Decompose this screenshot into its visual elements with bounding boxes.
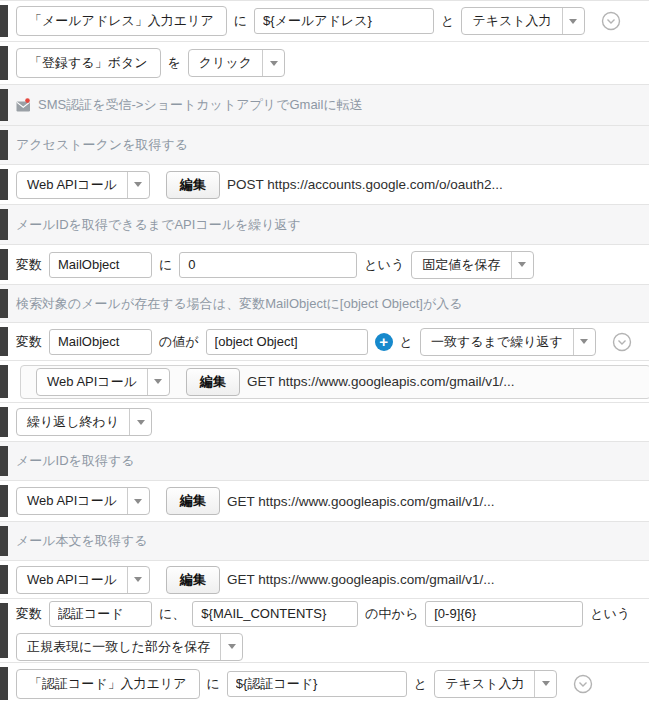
chevron-down-icon bbox=[129, 409, 151, 435]
comment-row-search-target: 検索対象のメールが存在する場合は、変数MailObjectに[object Ob… bbox=[0, 285, 649, 323]
add-value-icon[interactable]: + bbox=[375, 333, 393, 351]
target-element-chip[interactable]: 「認証コード」入力エリア bbox=[16, 669, 200, 699]
comment-row-mailid-loop: メールIDを取得できるまでAPIコールを繰り返す bbox=[0, 205, 649, 245]
row-drag-handle[interactable] bbox=[0, 89, 8, 121]
variable-label: 変数 bbox=[16, 605, 42, 623]
target-element-chip[interactable]: 「登録する」ボタン bbox=[16, 48, 161, 78]
step-row-api-mailbody: Web APIコール 編集 GET https://www.googleapis… bbox=[0, 561, 649, 599]
chevron-down-icon bbox=[562, 8, 584, 34]
comment-text: メール本文を取得する bbox=[16, 532, 148, 550]
source-value-input[interactable] bbox=[192, 601, 358, 627]
step-row-text-input-email: 「メールアドレス」入力エリア に と テキスト入力 bbox=[0, 1, 649, 42]
expand-options-icon[interactable] bbox=[612, 332, 632, 352]
workflow-step-list: 「メールアドレス」入力エリア に と テキスト入力 「登録する」ボタン を クリ… bbox=[0, 0, 649, 704]
chevron-down-icon bbox=[147, 369, 169, 395]
edit-button[interactable]: 編集 bbox=[166, 566, 220, 594]
action-select[interactable]: Web APIコール bbox=[16, 171, 150, 199]
particle: と bbox=[414, 675, 427, 693]
row-drag-handle[interactable] bbox=[0, 46, 8, 80]
value-input[interactable] bbox=[227, 671, 407, 697]
new-mail-icon bbox=[16, 98, 33, 113]
particle: の中から bbox=[365, 605, 418, 623]
step-row-variable-init: 変数 に という 固定値を保存 bbox=[0, 245, 649, 285]
chevron-down-icon bbox=[220, 634, 242, 660]
row-drag-handle[interactable] bbox=[0, 446, 8, 476]
row-drag-handle[interactable] bbox=[0, 603, 8, 658]
particle: に bbox=[207, 675, 220, 693]
step-row-api-search-nested: Web APIコール 編集 GET https://www.googleapis… bbox=[0, 361, 649, 403]
particle: と bbox=[400, 333, 413, 351]
expand-options-icon[interactable] bbox=[601, 11, 621, 31]
regex-pattern-input[interactable] bbox=[425, 601, 583, 627]
step-row-loop-end: 繰り返し終わり bbox=[0, 403, 649, 442]
chevron-down-icon bbox=[127, 172, 149, 198]
value-input[interactable] bbox=[254, 8, 434, 34]
action-select[interactable]: 正規表現に一致した部分を保存 bbox=[16, 633, 243, 661]
row-drag-handle[interactable] bbox=[0, 565, 8, 594]
comment-text: SMS認証を受信->ショートカットアプリでGmailに転送 bbox=[38, 96, 363, 114]
row-drag-handle[interactable] bbox=[0, 407, 8, 437]
comment-row-get-mailbody: メール本文を取得する bbox=[0, 522, 649, 561]
request-summary: GET https://www.googleapis.com/gmail/v1/… bbox=[247, 374, 515, 389]
comment-text: メールIDを取得できるまでAPIコールを繰り返す bbox=[16, 216, 301, 234]
variable-label: 変数 bbox=[16, 256, 42, 274]
particle: という bbox=[590, 605, 630, 623]
row-drag-handle[interactable] bbox=[0, 485, 8, 517]
compare-value-input[interactable] bbox=[206, 329, 368, 355]
variable-label: 変数 bbox=[16, 333, 42, 351]
variable-name-input[interactable] bbox=[49, 601, 152, 627]
step-row-regex-save: 変数 に、 の中から という 正規表現に一致した部分を保存 bbox=[0, 599, 649, 663]
loop-body-container: Web APIコール 編集 GET https://www.googleapis… bbox=[20, 365, 649, 399]
row-drag-handle[interactable] bbox=[0, 667, 8, 700]
chevron-down-icon bbox=[127, 488, 149, 514]
row-drag-handle[interactable] bbox=[0, 327, 8, 356]
step-row-loop-until: 変数 の値が + と 一致するまで繰り返す bbox=[0, 323, 649, 361]
request-summary: GET https://www.googleapis.com/gmail/v1/… bbox=[227, 572, 495, 587]
action-select[interactable]: Web APIコール bbox=[16, 487, 150, 515]
row-drag-handle[interactable] bbox=[0, 249, 8, 280]
action-select[interactable]: 繰り返し終わり bbox=[16, 408, 152, 436]
row-drag-handle[interactable] bbox=[0, 5, 8, 37]
action-select[interactable]: Web APIコール bbox=[36, 368, 170, 396]
action-select[interactable]: テキスト入力 bbox=[434, 670, 557, 698]
chevron-down-icon bbox=[573, 329, 595, 355]
particle: を bbox=[168, 54, 181, 72]
edit-button[interactable]: 編集 bbox=[186, 368, 240, 396]
variable-value-input[interactable] bbox=[179, 252, 357, 278]
action-select[interactable]: 固定値を保存 bbox=[411, 251, 533, 279]
action-select[interactable]: 一致するまで繰り返す bbox=[420, 328, 596, 356]
variable-name-input[interactable] bbox=[49, 252, 152, 278]
comment-text: 検索対象のメールが存在する場合は、変数MailObjectに[object Ob… bbox=[16, 295, 463, 313]
particle: の値が bbox=[159, 333, 199, 351]
particle: に、 bbox=[159, 605, 185, 623]
edit-button[interactable]: 編集 bbox=[166, 171, 220, 199]
comment-row-sms: SMS認証を受信->ショートカットアプリでGmailに転送 bbox=[0, 85, 649, 126]
row-drag-handle[interactable] bbox=[0, 209, 8, 240]
request-summary: POST https://accounts.google.com/o/oauth… bbox=[227, 177, 503, 192]
row-drag-handle[interactable] bbox=[0, 289, 8, 318]
target-element-chip[interactable]: 「メールアドレス」入力エリア bbox=[16, 6, 227, 36]
action-select[interactable]: クリック bbox=[188, 49, 285, 77]
row-drag-handle[interactable] bbox=[0, 130, 8, 160]
variable-name-input[interactable] bbox=[49, 329, 152, 355]
step-row-api-token: Web APIコール 編集 POST https://accounts.goog… bbox=[0, 165, 649, 205]
action-select[interactable]: テキスト入力 bbox=[461, 7, 584, 35]
particle: という bbox=[364, 256, 404, 274]
comment-row-access-token: アクセストークンを取得する bbox=[0, 126, 649, 165]
particle: に bbox=[234, 12, 247, 30]
edit-button[interactable]: 編集 bbox=[166, 487, 220, 515]
chevron-down-icon bbox=[511, 252, 533, 278]
particle: に bbox=[159, 256, 172, 274]
step-row-api-mailid: Web APIコール 編集 GET https://www.googleapis… bbox=[0, 481, 649, 522]
particle: と bbox=[441, 12, 454, 30]
row-drag-handle[interactable] bbox=[0, 365, 8, 398]
chevron-down-icon bbox=[262, 50, 284, 76]
comment-text: アクセストークンを取得する bbox=[16, 136, 188, 154]
row-drag-handle[interactable] bbox=[0, 169, 8, 200]
request-summary: GET https://www.googleapis.com/gmail/v1/… bbox=[227, 494, 495, 509]
chevron-down-icon bbox=[534, 671, 556, 697]
action-select[interactable]: Web APIコール bbox=[16, 566, 150, 594]
row-drag-handle[interactable] bbox=[0, 526, 8, 556]
comment-text: メールIDを取得する bbox=[16, 452, 135, 470]
expand-options-icon[interactable] bbox=[573, 674, 593, 694]
